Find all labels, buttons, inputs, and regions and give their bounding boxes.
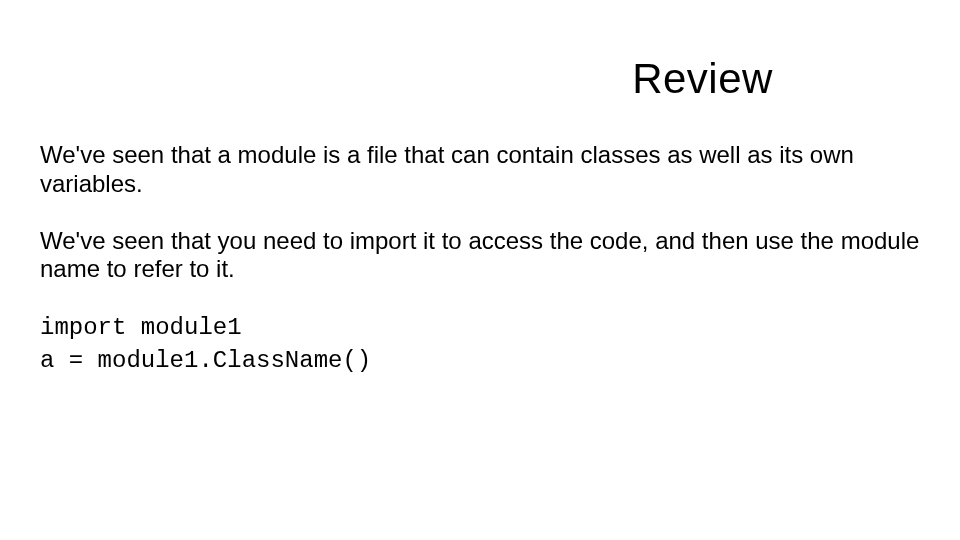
slide-title: Review: [445, 55, 960, 103]
code-block: import module1 a = module1.ClassName(): [40, 312, 920, 377]
slide-container: Review We've seen that a module is a fil…: [0, 55, 960, 540]
paragraph: We've seen that you need to import it to…: [40, 227, 920, 285]
code-line: import module1: [40, 312, 920, 344]
paragraph: We've seen that a module is a file that …: [40, 141, 920, 199]
slide-content: We've seen that a module is a file that …: [0, 103, 960, 377]
code-line: a = module1.ClassName(): [40, 345, 920, 377]
